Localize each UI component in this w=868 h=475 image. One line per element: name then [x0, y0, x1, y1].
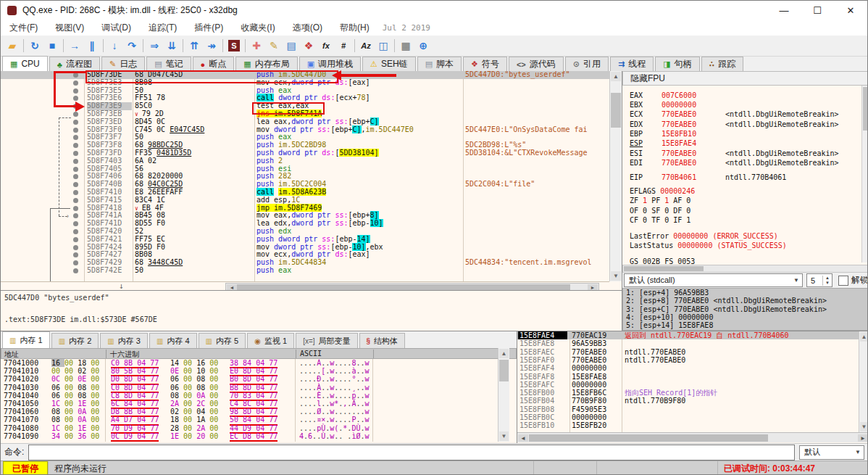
scroll-left-icon[interactable]: ◄	[518, 434, 528, 442]
stop-icon[interactable]: ■	[43, 38, 61, 54]
open-file-icon[interactable]: ▰	[4, 38, 21, 54]
step-into-icon[interactable]: ↓	[106, 38, 123, 54]
menu-item-v[interactable]: 视图(V)	[46, 22, 93, 34]
breakpoint-dot-icon[interactable]	[73, 143, 78, 148]
breakpoint-dot-icon[interactable]	[73, 73, 78, 78]
stack-row[interactable]: 15E8FB0C00000000	[517, 413, 859, 421]
disasm-row[interactable]: 5D8F741583C4 1Cadd esp,1C	[1, 197, 609, 205]
scroll-thumb[interactable]	[529, 434, 768, 442]
calling-convention-select[interactable]: 默认 (stdcall)▼	[624, 273, 803, 287]
argument-row[interactable]: 5: [esp+14] 15E8FAE8	[623, 321, 868, 329]
tab-日志[interactable]: ✎日志	[101, 57, 145, 71]
scroll-right-icon[interactable]: ►	[858, 434, 868, 442]
dump-tab-监视-1[interactable]: ◉监视 1	[247, 333, 294, 348]
label-icon[interactable]: ▤	[283, 38, 300, 54]
tab-seh链[interactable]: ⚠SEH链	[362, 57, 416, 71]
tab-流程图[interactable]: ♣流程图	[49, 57, 100, 71]
execute-till-return-icon[interactable]: ⇒	[146, 38, 163, 54]
spinner-arrows-icon[interactable]: ▲▼	[822, 276, 832, 286]
breakpoint-dot-icon[interactable]	[73, 128, 78, 133]
menu-item-d[interactable]: 调试(D)	[93, 22, 140, 34]
flags-row[interactable]: CF 0 TF 0 IF 1	[630, 216, 690, 225]
dump-row[interactable]: 770410200C 00 0E 00D0 8D 04 7706 00 08 0…	[1, 375, 498, 383]
registers-scrollbar[interactable]	[861, 86, 868, 263]
register-row[interactable]: ESP15E8FAE4	[630, 139, 725, 148]
scroll-up-icon[interactable]: ▲	[611, 72, 621, 81]
disasm-row[interactable]: 5D8F74036A 02push 2	[1, 157, 609, 165]
argument-row[interactable]: 3: [esp+C] 770EABE0 <ntdll.DbgUiRemoteBr…	[623, 305, 868, 313]
dump-row[interactable]: 770410801C 00 1E 0070 D9 04 7728 00 2A 0…	[1, 424, 498, 432]
minimize-button[interactable]: —	[767, 1, 801, 20]
tab-笔记[interactable]: ▤笔记	[146, 57, 191, 71]
breakpoint-dot-icon[interactable]	[73, 213, 78, 218]
step-out-icon[interactable]: ⇈	[185, 38, 203, 54]
dump-row[interactable]: 7704103006 00 08 00C0 8D 04 7706 00 08 0…	[1, 384, 498, 392]
attach-icon[interactable]: ◫	[375, 38, 392, 54]
breakpoint-dot-icon[interactable]	[73, 229, 78, 234]
breakpoint-dot-icon[interactable]	[73, 182, 78, 187]
stack-row[interactable]: 15E8FB04770B9F80ntdll.770B9F80	[517, 397, 859, 405]
dump-row[interactable]: 7704109034 00 36 000C D9 04 771E 00 20 0…	[1, 432, 498, 440]
tab-cpu[interactable]: ▦CPU	[2, 56, 48, 71]
last-error-row[interactable]: LastStatus 00000000 (STATUS_SUCCESS)	[630, 241, 787, 250]
menu-item-i[interactable]: 收藏夹(I)	[232, 22, 283, 34]
stack-vertical-scrollbar[interactable]: ▲ ▼	[859, 331, 868, 432]
breakpoint-dot-icon[interactable]	[73, 198, 78, 203]
call-arguments-box[interactable]: 1: [esp+4] 96A59BB32: [esp+8] 770EABE0 <…	[622, 288, 868, 331]
last-error-row[interactable]: LastError 00000000 (ERROR_SUCCESS)	[630, 232, 778, 241]
run-to-user-code-icon[interactable]: ↠	[203, 38, 220, 54]
dump-row[interactable]: 7704100016 00 18 00C0 8B 04 7714 00 16 0…	[1, 359, 498, 367]
breakpoint-dot-icon[interactable]	[73, 206, 78, 211]
breakpoint-dot-icon[interactable]	[73, 151, 78, 156]
breakpoint-dot-icon[interactable]	[73, 135, 78, 140]
dump-vertical-scrollbar[interactable]: ▲ ▼	[498, 348, 509, 442]
close-button[interactable]: ✕	[834, 1, 867, 20]
command-profile-select[interactable]: 默认▼	[799, 445, 864, 460]
hash-icon[interactable]: #	[335, 38, 352, 54]
memory-dump-panel[interactable]: ▥内存 1▥内存 2▥内存 3▥内存 4▥内存 5◉监视 1[x=]局部变量§结…	[1, 331, 517, 443]
stack-row[interactable]: 15E8FAF815E8FAE8	[517, 373, 859, 381]
tab-源代码[interactable]: <>源代码	[509, 57, 564, 71]
menu-item-t[interactable]: 追踪(T)	[140, 22, 185, 34]
breakpoint-dot-icon[interactable]	[73, 80, 78, 86]
argument-row[interactable]: 2: [esp+8] 770EABE0 <ntdll.DbgUiRemoteBr…	[623, 297, 868, 305]
strings-icon[interactable]: Az	[357, 38, 375, 54]
dump-row[interactable]: 7704107008 00 0A 00A4 D7 04 7718 00 1A 0…	[1, 416, 498, 424]
registers-panel[interactable]: 隐藏FPU EAX007C6000EBX00000000ECX770EABE0<…	[622, 71, 868, 331]
pause-icon[interactable]: ∥	[83, 38, 101, 54]
bookmark-icon[interactable]: ❖	[300, 38, 317, 54]
breakpoint-dot-icon[interactable]	[73, 245, 78, 250]
menu-item-p[interactable]: 插件(P)	[185, 22, 232, 34]
dump-row[interactable]: 770410501C 00 1E 006C 84 04 772A 00 2C 0…	[1, 400, 498, 408]
argument-count-stepper[interactable]: 5 ▲▼	[806, 273, 832, 287]
hide-fpu-button[interactable]: 隐藏FPU	[622, 71, 868, 86]
breakpoint-dot-icon[interactable]	[73, 96, 78, 101]
tab-符号[interactable]: ❖符号	[463, 57, 507, 71]
register-row[interactable]: EIP770B4061ntdll.770B4061	[630, 173, 786, 182]
tab-跟踪[interactable]: ∴跟踪	[701, 57, 744, 71]
stack-row[interactable]: 15E8FAE896A59BB3	[517, 339, 859, 347]
calculator-icon[interactable]: ▦	[397, 38, 414, 54]
register-row[interactable]: EAX007C6000	[630, 91, 725, 100]
tab-句柄[interactable]: ◨句柄	[655, 57, 699, 71]
flags-row[interactable]: OF 0 SF 0 DF 0	[630, 207, 690, 215]
breakpoint-dot-icon[interactable]	[73, 268, 78, 273]
stack-row[interactable]: 15E8FAF0770EABE0ntdll.770EABE0	[517, 356, 859, 364]
breakpoint-dot-icon[interactable]	[73, 120, 78, 125]
disasm-row[interactable]: 5D8F73E38B08mov ecx,dword ptr ds:[eax]	[1, 79, 609, 87]
register-row[interactable]: EDX770EABE0<ntdll.DbgUiRemoteBreakin>	[630, 120, 839, 129]
stack-row[interactable]: 15E8FB0015E8FB6C指向SEH_Record[1]的指针	[517, 389, 859, 397]
patches-icon[interactable]: ✚	[248, 38, 265, 54]
menu-item-f[interactable]: 文件(F)	[1, 22, 46, 34]
patch-icon[interactable]: S	[225, 38, 243, 54]
dump-tab-结构体[interactable]: §结构体	[359, 333, 406, 348]
command-input[interactable]	[28, 445, 795, 460]
globe-icon[interactable]: ⊕	[414, 38, 432, 54]
run-to-cursor-icon[interactable]: ⇊	[163, 38, 180, 54]
unlock-checkbox[interactable]: 解锁	[838, 274, 868, 286]
breakpoint-dot-icon[interactable]	[73, 252, 78, 257]
disassembly-panel[interactable]: › 5D8F73DE68 D047C45Dpush im.5DC447D05DC…	[1, 71, 622, 331]
title-bar[interactable]: QQ.exe - PID: 268C - 模块: im.dll - 线程: 25…	[1, 1, 867, 20]
scroll-thumb[interactable]	[611, 93, 621, 128]
comment-icon[interactable]: ✎	[265, 38, 283, 54]
